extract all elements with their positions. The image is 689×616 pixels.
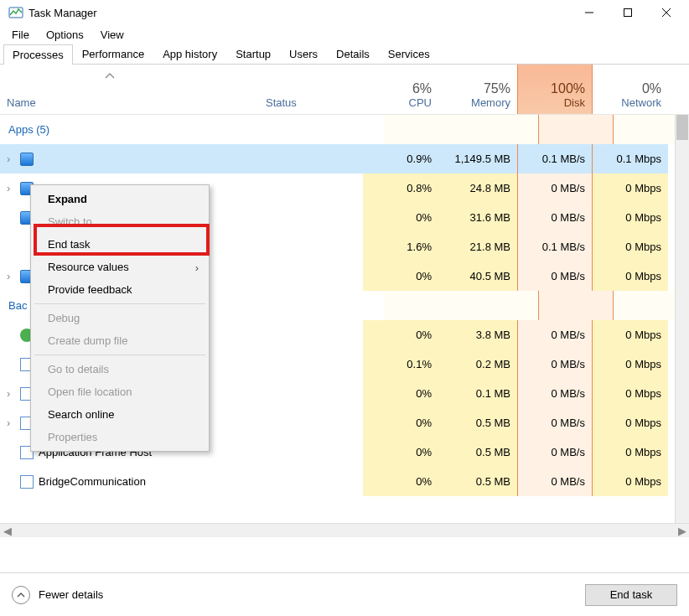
fewer-details-toggle[interactable] [12,586,30,604]
svg-rect-2 [624,9,632,17]
ctx-search-online[interactable]: Search online [33,403,207,426]
process-row[interactable]: BridgeCommunication 0% 0.5 MB 0 MB/s 0 M… [0,467,689,496]
menubar: File Options View [0,25,689,44]
tab-startup[interactable]: Startup [226,44,280,64]
tab-services[interactable]: Services [379,44,439,64]
separator [34,303,205,304]
app-icon [20,153,34,166]
sort-caret-icon [105,70,115,82]
group-header-apps[interactable]: Apps (5) [0,115,689,144]
close-button[interactable] [647,0,686,25]
chevron-right-icon[interactable]: › [7,270,15,282]
ctx-resource-values[interactable]: Resource values› [33,256,207,278]
titlebar: Task Manager [0,0,689,25]
ctx-go-to-details: Go to details [33,358,207,380]
ctx-provide-feedback[interactable]: Provide feedback [33,278,207,301]
footer: Fewer details End task [0,572,689,616]
end-task-button[interactable]: End task [585,584,677,606]
vertical-scrollbar[interactable] [675,115,689,523]
tab-strip: Processes Performance App history Startu… [0,44,689,65]
col-header-memory[interactable]: 75%Memory [438,65,517,114]
window-title: Task Manager [28,7,97,19]
menu-file[interactable]: File [3,26,38,44]
col-header-name[interactable]: Name [0,65,259,114]
context-menu: Expand Switch to End task Resource value… [30,184,210,452]
column-header-row: Name Status 6%CPU 75%Memory 100%Disk 0%N… [0,65,689,115]
tab-processes[interactable]: Processes [3,44,73,65]
ctx-create-dump: Create dump file [33,329,207,352]
horizontal-scrollbar[interactable]: ◀ ▶ [0,523,689,537]
col-header-status[interactable]: Status [259,65,363,114]
col-header-cpu[interactable]: 6%CPU [363,65,438,114]
menu-view[interactable]: View [92,26,132,44]
task-manager-icon [8,5,23,20]
chevron-right-icon[interactable]: › [7,182,15,194]
scroll-right-icon[interactable]: ▶ [675,524,689,538]
ctx-properties: Properties [33,426,207,448]
minimize-button[interactable] [570,0,609,25]
ctx-open-file-location: Open file location [33,380,207,403]
fewer-details-label[interactable]: Fewer details [39,588,103,601]
chevron-right-icon[interactable]: › [7,153,15,165]
col-header-network[interactable]: 0%Network [593,65,668,114]
scrollbar-thumb[interactable] [676,115,688,140]
tab-users[interactable]: Users [280,44,327,64]
scroll-left-icon[interactable]: ◀ [0,524,14,538]
ctx-expand[interactable]: Expand [33,188,207,210]
ctx-debug: Debug [33,307,207,329]
menu-options[interactable]: Options [38,26,92,44]
ctx-switch-to: Switch to [33,210,207,233]
col-header-disk[interactable]: 100%Disk [517,65,593,114]
separator [34,355,205,355]
chevron-right-icon: › [195,261,199,274]
chevron-right-icon[interactable]: › [7,387,15,400]
maximize-button[interactable] [609,0,647,25]
chevron-right-icon[interactable]: › [7,417,15,429]
tab-app-history[interactable]: App history [153,44,226,64]
ctx-end-task[interactable]: End task [33,233,207,256]
tab-details[interactable]: Details [327,44,379,64]
process-row[interactable]: › 0.9% 1,149.5 MB 0.1 MB/s 0.1 Mbps [0,144,689,173]
service-icon [20,475,34,489]
tab-performance[interactable]: Performance [73,44,153,64]
